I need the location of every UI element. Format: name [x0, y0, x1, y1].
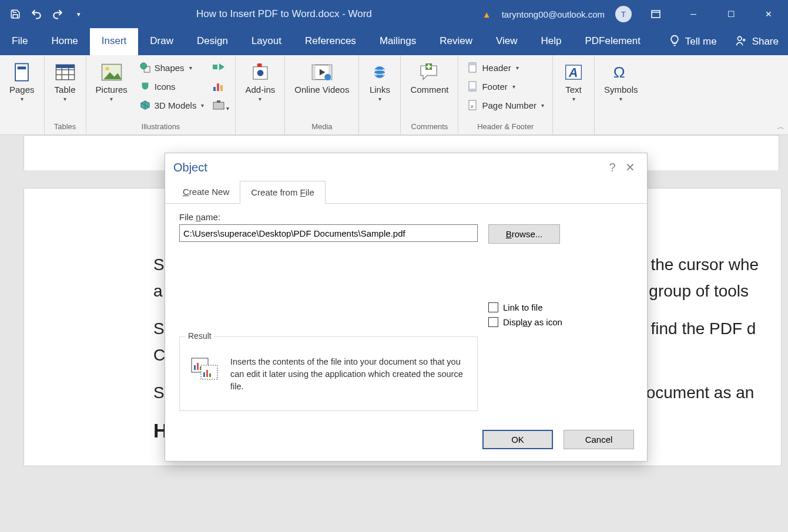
svg-rect-23: [217, 83, 219, 91]
svg-rect-0: [652, 11, 660, 18]
svg-rect-22: [213, 87, 216, 91]
tab-home[interactable]: Home: [39, 28, 89, 55]
group-addins: Add-ins▾: [236, 55, 285, 134]
svg-marker-21: [219, 63, 224, 70]
tab-create-from-file[interactable]: Create from File: [240, 181, 326, 204]
svg-rect-54: [203, 372, 205, 377]
svg-rect-55: [206, 370, 208, 377]
svg-text:#: #: [471, 104, 474, 109]
svg-rect-4: [18, 66, 26, 69]
icons-button[interactable]: Icons: [137, 79, 207, 94]
tab-help[interactable]: Help: [529, 28, 574, 55]
svg-point-29: [257, 70, 264, 76]
group-pages: Pages▾: [0, 55, 45, 134]
text-button[interactable]: A Text▾: [559, 59, 588, 105]
tab-file[interactable]: File: [0, 28, 39, 55]
page-number-icon: #: [467, 99, 478, 111]
link-to-file-checkbox[interactable]: Link to file: [488, 302, 633, 312]
svg-point-16: [144, 87, 146, 90]
customize-qat-icon[interactable]: ▾: [72, 7, 86, 21]
tab-draw[interactable]: Draw: [138, 28, 185, 55]
screenshot-icon[interactable]: +▾: [212, 100, 229, 113]
result-icon: [189, 356, 220, 386]
page-number-button[interactable]: #Page Number▾: [464, 97, 546, 113]
group-comments: Comment Comments: [401, 55, 458, 134]
svg-rect-3: [15, 63, 28, 80]
svg-rect-41: [469, 63, 476, 65]
undo-icon[interactable]: [29, 7, 43, 21]
close-icon[interactable]: ✕: [755, 0, 782, 28]
tab-review[interactable]: Review: [428, 28, 484, 55]
chart-icon[interactable]: [212, 81, 229, 94]
svg-text:A: A: [568, 66, 578, 80]
svg-rect-50: [194, 365, 196, 370]
share-button[interactable]: Share: [726, 28, 788, 55]
svg-rect-51: [197, 363, 199, 370]
svg-point-35: [374, 66, 385, 78]
smartart-icon[interactable]: [212, 61, 229, 75]
dialog-titlebar: Object ? ✕: [165, 153, 647, 180]
shapes-button[interactable]: Shapes▾: [137, 60, 207, 75]
footer-button[interactable]: Footer▾: [464, 79, 546, 94]
header-button[interactable]: Header▾: [464, 60, 546, 75]
result-legend: Result: [186, 331, 214, 341]
maximize-icon[interactable]: ☐: [717, 0, 745, 28]
dialog-close-icon[interactable]: ✕: [621, 160, 639, 174]
collapse-ribbon-icon[interactable]: ︿: [777, 122, 784, 132]
svg-point-34: [324, 74, 331, 80]
svg-rect-24: [220, 85, 223, 91]
dialog-help-icon[interactable]: ?: [603, 161, 621, 174]
3d-models-button[interactable]: 3D Models▾: [137, 97, 207, 113]
document-title: How to Insert PDF to Word.docx - Word: [86, 8, 482, 20]
svg-rect-43: [469, 89, 476, 91]
dialog-title: Object: [173, 161, 207, 174]
svg-text:Ω: Ω: [613, 63, 625, 81]
table-icon: [54, 61, 76, 83]
dialog-tabs: Create New Create from File: [165, 180, 647, 204]
tab-insert[interactable]: Insert: [90, 28, 139, 55]
warning-icon: ▲: [482, 9, 491, 19]
pages-button[interactable]: Pages▾: [6, 59, 38, 105]
result-box: Result Inserts the contents of the file …: [179, 336, 478, 411]
save-icon[interactable]: [8, 7, 22, 21]
user-email[interactable]: taryntong00@outlook.com: [502, 9, 605, 19]
cancel-button[interactable]: Cancel: [564, 430, 634, 449]
links-button[interactable]: Links▾: [365, 59, 394, 105]
tab-pdfelement[interactable]: PDFelement: [574, 28, 652, 55]
comment-button[interactable]: Comment: [407, 59, 452, 97]
share-icon: [736, 35, 747, 49]
symbols-button[interactable]: Ω Symbols▾: [601, 59, 642, 105]
file-name-input[interactable]: [179, 224, 478, 242]
addins-button[interactable]: Add-ins▾: [242, 59, 279, 105]
group-links: Links▾: [359, 55, 401, 134]
tab-view[interactable]: View: [484, 28, 529, 55]
ribbon-tabs: File Home Insert Draw Design Layout Refe…: [0, 28, 788, 55]
tab-mailings[interactable]: Mailings: [368, 28, 428, 55]
browse-button[interactable]: Browse...: [488, 224, 560, 244]
tab-references[interactable]: References: [293, 28, 368, 55]
svg-point-2: [737, 36, 742, 41]
addins-icon: [249, 61, 271, 83]
tell-me[interactable]: Tell me: [659, 28, 726, 55]
display-as-icon-checkbox[interactable]: Display as icon: [488, 317, 633, 327]
quick-access-toolbar: ▾: [0, 7, 86, 21]
tab-create-new[interactable]: Create New: [172, 181, 240, 204]
table-button[interactable]: Table▾: [51, 59, 80, 105]
minimize-icon[interactable]: ─: [680, 0, 707, 28]
user-avatar[interactable]: T: [615, 6, 632, 22]
tab-design[interactable]: Design: [185, 28, 240, 55]
group-header-footer: Header▾ Footer▾ #Page Number▾ Header & F…: [458, 55, 553, 134]
redo-icon[interactable]: [51, 7, 65, 21]
online-videos-button[interactable]: Online Videos: [291, 59, 353, 97]
file-name-label: File name:: [179, 212, 633, 222]
group-tables: Table▾ Tables: [45, 55, 86, 134]
pages-icon: [11, 61, 33, 83]
text-icon: A: [562, 61, 585, 83]
tab-layout[interactable]: Layout: [240, 28, 293, 55]
svg-text:+: +: [223, 106, 225, 110]
pictures-button[interactable]: Pictures▾: [92, 59, 131, 105]
ok-button[interactable]: OK: [482, 430, 553, 449]
svg-rect-20: [213, 65, 217, 69]
link-icon: [368, 61, 391, 83]
ribbon-display-options-icon[interactable]: [642, 0, 669, 28]
